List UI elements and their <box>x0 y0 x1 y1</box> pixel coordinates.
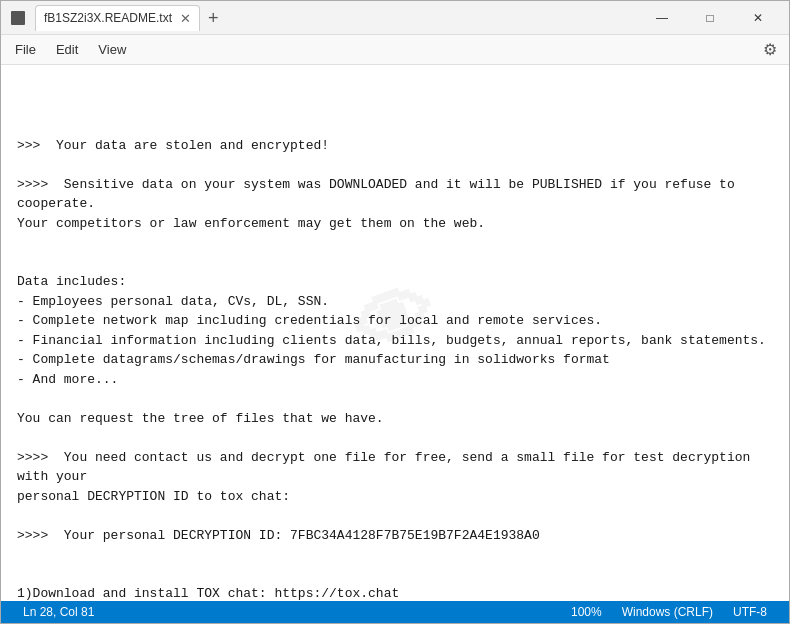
notepad-window: fB1SZ2i3X.README.txt ✕ + — □ ✕ File Edit… <box>0 0 790 624</box>
svg-rect-3 <box>13 20 20 22</box>
tab-close-button[interactable]: ✕ <box>180 12 191 25</box>
minimize-button[interactable]: — <box>639 1 685 35</box>
svg-rect-2 <box>13 17 23 19</box>
line-ending: Windows (CRLF) <box>612 605 723 619</box>
svg-rect-1 <box>13 14 23 16</box>
settings-icon[interactable]: ⚙ <box>755 36 785 63</box>
menu-bar: File Edit View ⚙ <box>1 35 789 65</box>
view-menu[interactable]: View <box>88 38 136 61</box>
document-content: >>> Your data are stolen and encrypted! … <box>17 136 773 602</box>
cursor-position: Ln 28, Col 81 <box>13 605 104 619</box>
maximize-button[interactable]: □ <box>687 1 733 35</box>
active-tab[interactable]: fB1SZ2i3X.README.txt ✕ <box>35 5 200 31</box>
app-icon <box>9 9 27 27</box>
text-editor[interactable]: 👁 >>> Your data are stolen and encrypted… <box>1 65 789 601</box>
file-menu[interactable]: File <box>5 38 46 61</box>
edit-menu[interactable]: Edit <box>46 38 88 61</box>
close-button[interactable]: ✕ <box>735 1 781 35</box>
encoding: UTF-8 <box>723 605 777 619</box>
tab-area: fB1SZ2i3X.README.txt ✕ + <box>35 5 639 31</box>
window-controls: — □ ✕ <box>639 1 781 35</box>
new-tab-button[interactable]: + <box>202 9 225 27</box>
zoom-level: 100% <box>561 605 612 619</box>
title-bar: fB1SZ2i3X.README.txt ✕ + — □ ✕ <box>1 1 789 35</box>
status-bar: Ln 28, Col 81 100% Windows (CRLF) UTF-8 <box>1 601 789 623</box>
tab-label: fB1SZ2i3X.README.txt <box>44 11 172 25</box>
